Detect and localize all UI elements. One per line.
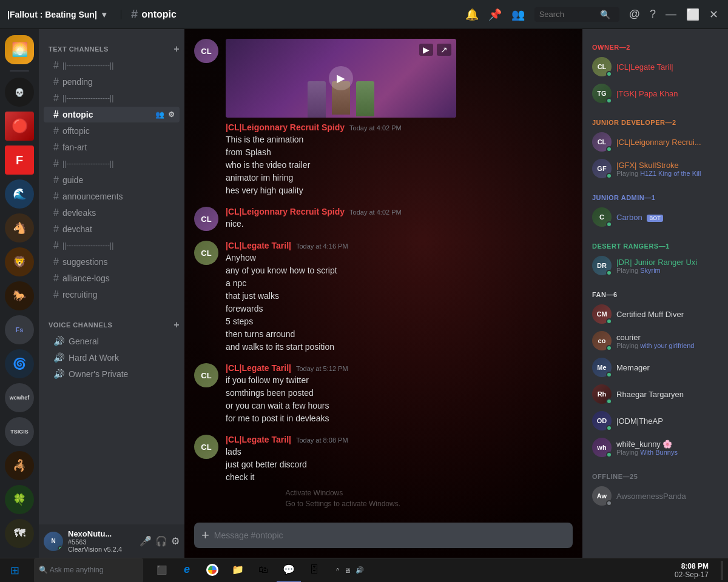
show-desktop-button[interactable]: [716, 561, 728, 580]
chat-input[interactable]: [214, 530, 565, 540]
minimize-icon[interactable]: —: [666, 8, 676, 21]
member-certified-muff-diver[interactable]: CM Certified Muff Diver: [587, 301, 723, 327]
at-icon[interactable]: @: [629, 8, 640, 21]
expand-tray-icon[interactable]: ^: [336, 567, 339, 574]
server-icon-2[interactable]: 💀: [5, 78, 34, 107]
channel-item-announcements[interactable]: # announcements: [44, 189, 180, 204]
file-explorer-icon: 📁: [232, 564, 244, 575]
members-icon[interactable]: 👥: [511, 8, 525, 21]
server-icon-1[interactable]: 🌅: [5, 35, 34, 64]
server-icon-8[interactable]: 🐎: [5, 281, 34, 310]
help-icon[interactable]: ?: [650, 8, 656, 21]
add-channel-button[interactable]: +: [174, 44, 180, 55]
taskbar-discord[interactable]: 💬: [277, 558, 301, 583]
member-tgk-papa-khan[interactable]: TG |TGK| Papa Khan: [587, 80, 723, 107]
taskbar-chrome[interactable]: [200, 558, 224, 583]
server-icon-13[interactable]: 🦂: [5, 451, 34, 480]
server-icon-9[interactable]: Fs: [5, 315, 34, 344]
channel-name: recruiting: [62, 290, 98, 299]
member-cl-legate-taril[interactable]: CL |CL|Legate Taril|: [587, 53, 723, 80]
member-cl-leigonnary[interactable]: CL |CL|Leigonnary Recrui...: [587, 129, 723, 155]
voice-channel-name: Owner's Private: [69, 369, 128, 379]
channel-item-alliance-logs[interactable]: # alliance-logs: [44, 270, 180, 286]
maximize-icon[interactable]: ⬜: [686, 8, 699, 21]
message-time: Today at 4:16 PM: [296, 242, 348, 250]
member-odm-theap[interactable]: OD |ODM|TheAP: [587, 407, 723, 434]
server-icon-5[interactable]: 🌊: [5, 179, 34, 209]
member-dr-junior-ranger[interactable]: DR |DR| Junior Ranger Uxi Playing Skyrim: [587, 252, 723, 279]
close-icon[interactable]: ✕: [709, 8, 718, 21]
notification-icon[interactable]: 🖥: [344, 567, 351, 574]
member-rhaegar-targaryen[interactable]: Rh Rhaegar Targaryen: [587, 381, 723, 407]
mute-icon[interactable]: 🎤: [140, 535, 152, 547]
server-icon-4[interactable]: F: [5, 146, 34, 175]
search-input[interactable]: [539, 10, 600, 19]
server-dropdown-icon[interactable]: ▾: [102, 10, 106, 19]
message-author: |CL|Leigonnary Recruit Spidy: [226, 207, 345, 216]
channel-item-suggestions[interactable]: # suggestions: [44, 254, 180, 270]
channel-item-devchat[interactable]: # devchat: [44, 221, 180, 237]
server-list-divider: [10, 70, 29, 72]
channel-item-offtopic[interactable]: # offtopic: [44, 123, 180, 139]
channel-item-divider2[interactable]: # ||------------------||: [44, 90, 180, 106]
channel-item-devleaks[interactable]: # devleaks: [44, 205, 180, 221]
start-button[interactable]: ⊞: [5, 561, 24, 580]
video-external-icon[interactable]: ↗: [437, 44, 451, 56]
server-icon-10[interactable]: 🌀: [5, 349, 34, 378]
member-carbon[interactable]: C Carbon BOT: [587, 204, 723, 230]
server-icon-3[interactable]: 🔴: [5, 112, 34, 141]
member-courier[interactable]: co courier Playing with your girlfriend: [587, 327, 723, 354]
message-header: |CL|Legate Taril| Today at 4:16 PM: [226, 241, 573, 250]
channel-divider-label: ||------------------||: [62, 159, 113, 168]
channel-item-pending[interactable]: # pending: [44, 74, 180, 90]
status-indicator: [606, 221, 612, 227]
server-icon-11[interactable]: wcwhef: [5, 383, 34, 412]
server-icon-7[interactable]: 🦁: [5, 247, 34, 276]
bell-icon[interactable]: 🔔: [465, 8, 479, 21]
avatar: Aw: [592, 486, 612, 506]
show-desktop-strip[interactable]: [721, 561, 723, 580]
taskbar-edge[interactable]: e: [175, 558, 199, 583]
play-button[interactable]: ▶: [329, 66, 353, 90]
add-voice-channel-button[interactable]: +: [174, 319, 180, 330]
channel-name: devleaks: [62, 208, 96, 218]
message-header: |CL|Leigonnary Recruit Spidy Today at 4:…: [226, 207, 573, 216]
voice-channel-general[interactable]: 🔊 General: [44, 333, 180, 349]
taskbar-clock[interactable]: 8:08 PM 02-Sep-17: [667, 562, 716, 579]
settings-icon[interactable]: ⚙: [168, 110, 175, 119]
add-attachment-button[interactable]: +: [201, 527, 209, 543]
channel-item-recruiting[interactable]: # recruiting: [44, 287, 180, 303]
hash-icon: #: [53, 125, 59, 136]
channel-item-fan-art[interactable]: # fan-art: [44, 139, 180, 155]
taskbar-explorer2[interactable]: 🗄: [302, 558, 326, 583]
member-awsomeness-panda[interactable]: Aw AwsomenessPanda: [587, 483, 723, 509]
server-icon-15[interactable]: 🗺: [5, 519, 34, 548]
taskbar-task-view[interactable]: ⬛: [149, 558, 174, 583]
channel-item-guide[interactable]: # guide: [44, 172, 180, 188]
voice-channel-hard-at-work[interactable]: 🔊 Hard At Work: [44, 350, 180, 366]
speaker-icon[interactable]: 🔊: [356, 566, 364, 574]
message-author: |CL|Legate Taril|: [226, 241, 291, 250]
video-play-ctrl[interactable]: ▶: [419, 44, 433, 56]
pin-icon[interactable]: 📌: [488, 8, 502, 21]
member-gfx-skullstroke[interactable]: GF |GFX| SkullStroke Playing H1Z1 King o…: [587, 155, 723, 182]
channel-item-divider1[interactable]: # ||------------------||: [44, 58, 180, 73]
channel-item-divider3[interactable]: # ||------------------||: [44, 156, 180, 172]
server-name-header[interactable]: |Fallout : Beating Sun| ▾: [0, 10, 121, 19]
channel-item-divider4[interactable]: # ||------------------||: [44, 238, 180, 253]
user-settings-icon[interactable]: ⚙: [171, 535, 180, 547]
user-settings-icon[interactable]: 👥: [155, 110, 164, 119]
deafen-icon[interactable]: 🎧: [155, 535, 167, 547]
member-memager[interactable]: Me Memager: [587, 354, 723, 381]
search-box[interactable]: 🔍: [534, 7, 619, 22]
taskbar-file-explorer[interactable]: 📁: [226, 558, 250, 583]
taskbar-search[interactable]: 🔍 Ask me anything: [34, 558, 143, 583]
server-icon-6[interactable]: 🐴: [5, 213, 34, 242]
server-icon-12[interactable]: TSIGIS: [5, 417, 34, 446]
member-while-kunny[interactable]: wh whiℓe_kunny 🌸 Playing With Bunnys: [587, 434, 723, 461]
taskbar-store[interactable]: 🛍: [251, 558, 275, 583]
task-view-icon: ⬛: [157, 565, 167, 575]
server-icon-14[interactable]: 🍀: [5, 485, 34, 514]
channel-item-ontopic[interactable]: # ontopic 👥 ⚙: [44, 107, 180, 122]
voice-channel-owners-private[interactable]: 🔊 Owner's Private: [44, 366, 180, 382]
